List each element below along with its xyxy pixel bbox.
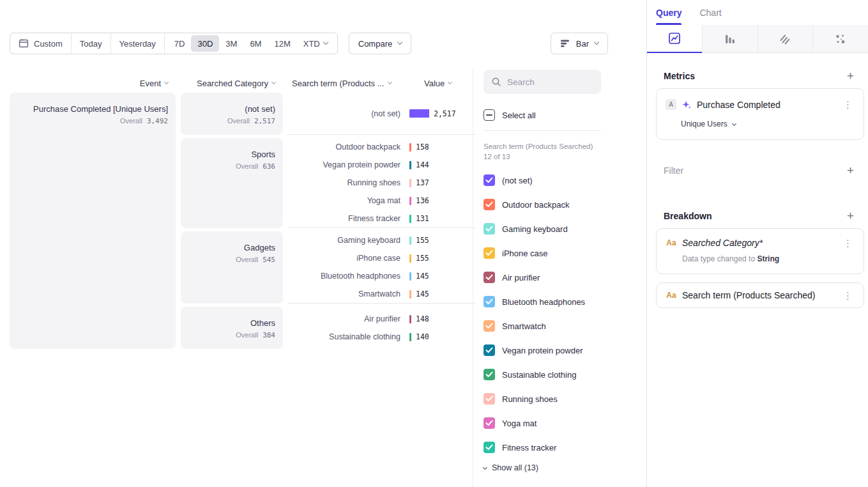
breakdown-property-name: Searched Category* — [682, 238, 836, 248]
legend-checkbox[interactable] — [483, 320, 495, 332]
select-all-label: Select all — [502, 111, 536, 120]
term-row[interactable]: Air purifier148 — [288, 310, 476, 328]
select-all-checkbox[interactable] — [483, 109, 495, 121]
term-row[interactable]: Outdoor backpack158 — [288, 138, 476, 156]
legend-checkbox[interactable] — [483, 272, 495, 283]
measurement-dropdown[interactable]: Unique Users — [681, 120, 736, 128]
chart-type-button[interactable]: Bar — [551, 33, 608, 54]
value-text: 148 — [416, 314, 429, 323]
column-header-term[interactable]: Search term (Products ... — [288, 79, 409, 88]
legend-item[interactable]: Yoga mat — [483, 411, 646, 435]
legend-item[interactable]: Bluetooth headphones — [483, 290, 646, 314]
query-sidebar: Query Chart — [646, 0, 868, 487]
category-cell[interactable]: GadgetsOverall545 — [181, 231, 283, 304]
legend-item[interactable]: Sustainable clothing — [483, 362, 646, 387]
chevron-down-icon — [323, 40, 328, 45]
tab-flows[interactable] — [812, 25, 868, 53]
legend-item[interactable]: Air purifier — [483, 265, 646, 290]
legend-item[interactable]: (not set) — [483, 168, 646, 192]
main-area: Custom Today Yesterday 7D30D3M6M12M XTD … — [0, 0, 646, 487]
range-30d[interactable]: 30D — [191, 35, 219, 52]
column-header-event[interactable]: Event — [10, 79, 176, 88]
event-cell[interactable]: Purchase Completed [Unique Users] Overal… — [10, 93, 176, 349]
add-filter-button[interactable]: + — [847, 164, 854, 176]
legend-list-label: Search term (Products Searched) 12 of 13 — [483, 141, 593, 162]
legend-item[interactable]: Outdoor backpack — [483, 192, 646, 217]
value-text: 155 — [416, 254, 429, 263]
range-7d[interactable]: 7D — [168, 35, 192, 52]
data-type-value: String — [757, 254, 779, 263]
legend-checkbox[interactable] — [483, 247, 495, 259]
today-button[interactable]: Today — [71, 33, 110, 54]
range-12m[interactable]: 12M — [268, 35, 296, 52]
check-icon — [485, 396, 493, 402]
breakdown-menu-button[interactable]: ⋮ — [841, 238, 855, 248]
legend-item-label: Yoga mat — [502, 419, 537, 428]
funnel-bars-icon — [724, 33, 736, 45]
tab-funnels[interactable] — [702, 25, 758, 53]
range-6m[interactable]: 6M — [243, 35, 268, 52]
value-bar — [409, 272, 411, 281]
check-icon — [485, 444, 493, 451]
tab-insights[interactable] — [647, 25, 702, 53]
check-icon — [485, 201, 493, 208]
add-metric-button[interactable]: + — [847, 70, 854, 82]
metric-card[interactable]: A Purchase Completed ⋮ Unique Users — [656, 88, 864, 140]
panel-divider — [483, 130, 601, 131]
legend-checkbox[interactable] — [483, 442, 495, 453]
term-row[interactable]: Sustainable clothing140 — [288, 328, 476, 346]
legend-items: (not set)Outdoor backpackGaming keyboard… — [483, 168, 646, 460]
legend-item[interactable]: Vegan protein powder — [483, 338, 646, 362]
term-row[interactable]: iPhone case155 — [288, 249, 476, 267]
term-row[interactable]: (not set)2,517 — [288, 105, 476, 123]
metric-menu-button[interactable]: ⋮ — [841, 100, 855, 109]
yesterday-button[interactable]: Yesterday — [110, 33, 164, 54]
breakdown-card-search-term[interactable]: Aa Search term (Products Searched) ⋮ — [656, 282, 864, 308]
legend-search[interactable] — [483, 70, 601, 94]
breakdown-card-searched-category[interactable]: Aa Searched Category* ⋮ Data type change… — [656, 228, 864, 274]
legend-checkbox[interactable] — [483, 174, 495, 186]
term-row[interactable]: Bluetooth headphones145 — [288, 267, 476, 285]
insights-chart-icon — [668, 32, 681, 45]
value-bar — [409, 290, 411, 298]
category-cell[interactable]: SportsOverall636 — [181, 138, 283, 228]
select-all-row[interactable]: Select all — [483, 109, 646, 121]
legend-item[interactable]: Running shoes — [483, 387, 646, 411]
custom-date-button[interactable]: Custom — [10, 33, 71, 54]
category-cell[interactable]: OthersOverall384 — [181, 307, 283, 349]
term-row[interactable]: Gaming keyboard155 — [288, 231, 476, 249]
range-xtd[interactable]: XTD — [297, 35, 334, 52]
legend-item[interactable]: Gaming keyboard — [483, 217, 646, 241]
category-cell[interactable]: (not set)Overall2,517 — [181, 93, 283, 135]
tab-retention[interactable] — [758, 25, 813, 53]
term-row[interactable]: Running shoes137 — [288, 174, 476, 192]
show-all-button[interactable]: Show all (13) — [483, 463, 646, 472]
legend-checkbox[interactable] — [483, 344, 495, 356]
compare-button[interactable]: Compare — [349, 33, 411, 54]
check-icon — [485, 250, 493, 256]
tab-query[interactable]: Query — [656, 8, 681, 25]
chevron-down-icon — [732, 121, 736, 125]
term-row[interactable]: Yoga mat136 — [288, 192, 476, 210]
legend-checkbox[interactable] — [483, 417, 495, 429]
column-header-category[interactable]: Searched Category — [181, 79, 283, 88]
legend-item[interactable]: iPhone case — [483, 241, 646, 265]
column-header-value[interactable]: Value — [415, 79, 452, 88]
add-breakdown-button[interactable]: + — [847, 210, 854, 222]
search-input[interactable] — [507, 77, 590, 87]
breakdown-menu-button[interactable]: ⋮ — [841, 291, 855, 300]
term-row[interactable]: Vegan protein powder144 — [288, 156, 476, 174]
legend-item-label: Bluetooth headphones — [502, 297, 585, 307]
term-row[interactable]: Smartwatch145 — [288, 285, 476, 303]
legend-item[interactable]: Smartwatch — [483, 314, 646, 338]
legend-item[interactable]: Fitness tracker — [483, 435, 646, 460]
legend-checkbox[interactable] — [483, 296, 495, 307]
filter-section-header: Filter + — [664, 164, 854, 176]
term-row[interactable]: Fitness tracker131 — [288, 210, 476, 228]
legend-checkbox[interactable] — [483, 369, 495, 380]
legend-checkbox[interactable] — [483, 199, 495, 210]
legend-checkbox[interactable] — [483, 393, 495, 405]
range-3m[interactable]: 3M — [219, 35, 243, 52]
tab-chart[interactable]: Chart — [699, 8, 721, 25]
legend-checkbox[interactable] — [483, 223, 495, 235]
